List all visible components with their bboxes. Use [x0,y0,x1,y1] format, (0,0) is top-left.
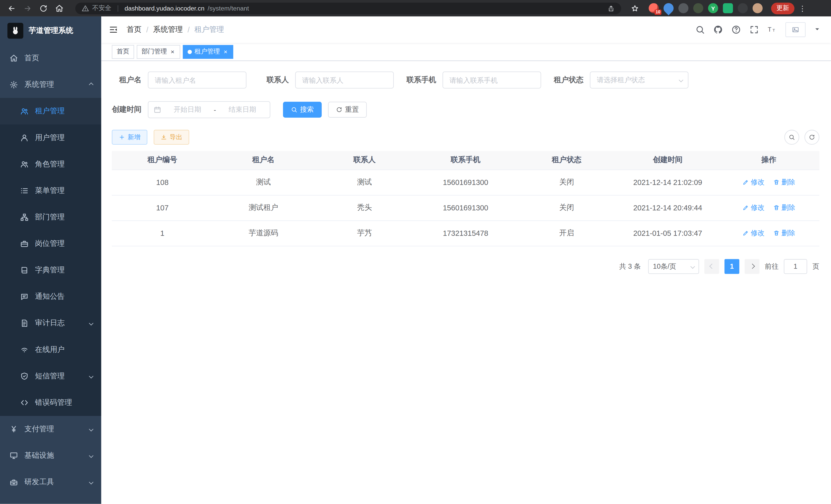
browser-reload-button[interactable] [36,1,51,15]
sidebar-item-label: 菜单管理 [35,186,65,196]
tenant-name-input[interactable] [148,71,247,88]
sidebar-item-audit-log[interactable]: 审计日志 [0,310,101,336]
help-icon[interactable] [731,25,741,34]
browser-chrome: 不安全 dashboard.yudao.iocoder.cn /system/t… [0,0,831,17]
browser-back-button[interactable] [4,1,19,15]
sidebar-item-online-user[interactable]: 在线用户 [0,336,101,363]
sidebar-item-system[interactable]: 系统管理 [0,71,101,98]
cell-created: 2021-12-14 21:02:09 [617,170,718,195]
breadcrumb: 首页 / 系统管理 / 租户管理 [127,25,224,34]
browser-home-button[interactable] [52,1,67,15]
sidebar-item-home[interactable]: 首页 [0,45,101,71]
toggle-search-button[interactable] [784,130,799,145]
search-button[interactable]: 搜索 [283,102,322,118]
status-select[interactable]: 请选择租户状态 [590,71,689,88]
page-size-value: 10条/页 [653,262,691,271]
sidebar-item-devtools[interactable]: 研发工具 [0,469,101,495]
sidebar-item-label: 通知公告 [35,292,65,301]
sidebar-item-user[interactable]: 用户管理 [0,125,101,151]
delete-link[interactable]: 删除 [773,203,795,212]
cell-status: 关闭 [516,195,617,220]
browser-forward-button[interactable] [20,1,35,15]
edit-link[interactable]: 修改 [742,203,765,212]
cell-actions: 修改 删除 [718,220,819,246]
breadcrumb-home[interactable]: 首页 [127,25,142,34]
edit-label: 修改 [751,228,765,238]
sidebar-item-notice[interactable]: 通知公告 [0,283,101,310]
sidebar-item-menu[interactable]: 菜单管理 [0,178,101,204]
sidebar-item-error-code[interactable]: 错误码管理 [0,389,101,416]
sidebar-item-label: 首页 [24,53,39,63]
gear-icon [9,81,18,89]
page-unit-label: 页 [812,262,820,271]
goto-page-input[interactable] [784,259,807,274]
users-icon [20,160,29,169]
delete-link[interactable]: 删除 [773,228,795,238]
add-button[interactable]: 新增 [112,130,147,145]
app-logo-row[interactable]: 芋道管理系统 [0,17,101,45]
sidebar-item-sms[interactable]: 短信管理 [0,363,101,389]
phone-input[interactable] [442,71,541,88]
browser-menu-button[interactable]: ⋮ [796,4,809,12]
breadcrumb-system[interactable]: 系统管理 [153,25,183,34]
extension-icon-2[interactable] [661,1,676,15]
user-avatar[interactable] [785,22,806,37]
sidebar-item-tenant[interactable]: 租户管理 [0,98,101,125]
sidebar-item-label: 支付管理 [24,424,54,434]
sidebar-item-infrastructure[interactable]: 基础设施 [0,442,101,469]
cell-created: 2021-01-05 17:03:47 [617,220,718,246]
page-size-select[interactable]: 10条/页 [648,259,699,274]
close-icon[interactable]: × [170,48,175,56]
edit-label: 修改 [751,178,765,187]
table-row: 108 测试 测试 15601691300 关闭 2021-12-14 21:0… [112,170,819,195]
url-host: dashboard.yudao.iocoder.cn [125,5,204,12]
prev-page-button[interactable] [704,259,719,274]
search-icon[interactable] [695,25,705,34]
close-icon[interactable]: × [223,48,228,56]
cell-tenant-id: 1 [112,220,213,246]
tab-tenant[interactable]: 租户管理 × [183,45,233,59]
address-bar[interactable]: 不安全 dashboard.yudao.iocoder.cn /system/t… [75,2,621,14]
sidebar-item-payment[interactable]: 支付管理 [0,416,101,442]
sidebar-item-role[interactable]: 角色管理 [0,151,101,178]
toolbox-icon [9,478,18,486]
extension-icon-4[interactable] [693,3,703,13]
tab-home[interactable]: 首页 [112,45,134,59]
font-size-icon[interactable]: TT [768,25,777,34]
chevron-down-icon [89,321,93,325]
share-icon[interactable] [607,5,615,12]
table-toolbar: 新增 导出 [112,130,819,145]
extension-icon-5[interactable]: Y [708,3,718,13]
export-button[interactable]: 导出 [154,130,189,145]
reset-button[interactable]: 重置 [328,102,367,118]
filter-row-2: 创建时间 开始日期 - 结束日期 搜索 重置 [112,101,819,118]
contact-input[interactable] [295,71,394,88]
next-page-button[interactable] [745,259,760,274]
chrome-update-button[interactable]: 更新 [771,2,795,14]
github-icon[interactable] [713,25,723,34]
collapse-sidebar-button[interactable] [109,25,118,34]
bookmark-star-button[interactable] [628,1,642,15]
extension-icon-7[interactable] [738,3,748,13]
edit-link[interactable]: 修改 [742,178,765,187]
delete-link[interactable]: 删除 [773,178,795,187]
profile-avatar[interactable] [753,3,763,13]
avatar-caret-down-icon[interactable] [814,25,821,34]
page-number-1[interactable]: 1 [724,259,739,274]
tab-dept[interactable]: 部门管理 × [137,45,180,59]
extension-icon-3[interactable] [678,3,688,13]
sidebar-item-label: 审计日志 [35,319,65,328]
extension-icon-6[interactable] [723,3,733,13]
fullscreen-icon[interactable] [749,25,759,34]
delete-label: 删除 [781,178,795,187]
tab-label: 租户管理 [195,47,220,56]
extension-icon-1[interactable]: 10 [649,3,659,13]
sidebar-item-post[interactable]: 岗位管理 [0,230,101,257]
date-range-picker[interactable]: 开始日期 - 结束日期 [148,101,270,118]
refresh-table-button[interactable] [805,130,820,145]
goto-label: 前往 [765,262,779,271]
sidebar-item-dept[interactable]: 部门管理 [0,204,101,230]
sidebar-item-dict[interactable]: 字典管理 [0,257,101,283]
tab-label: 首页 [117,47,130,56]
edit-link[interactable]: 修改 [742,228,765,238]
